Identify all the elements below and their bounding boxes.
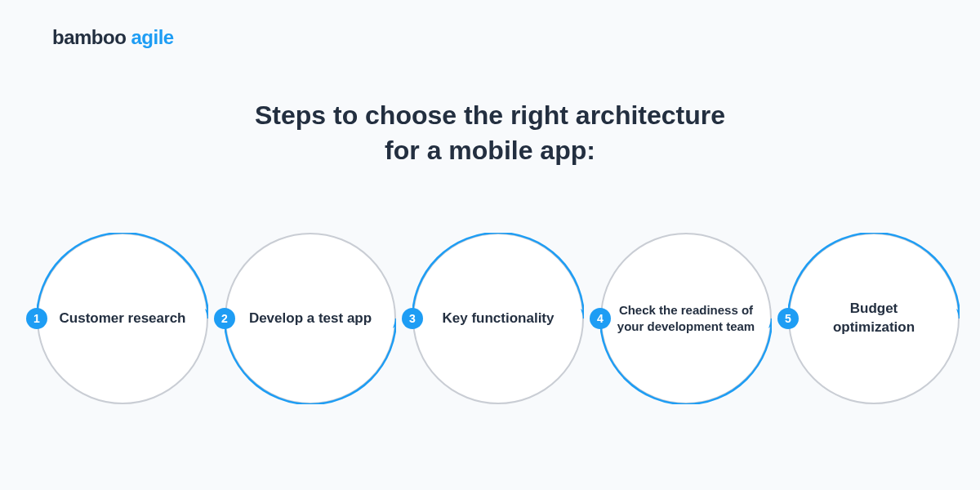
step-number: 5: [785, 312, 791, 325]
step-label: Check the readiness of your development …: [612, 302, 760, 336]
step-number-badge-5: 5: [777, 308, 799, 329]
step-circle-1: Customer research: [37, 233, 208, 404]
steps-row: Customer research Develop a test app Key…: [37, 229, 964, 408]
step-number: 1: [33, 312, 40, 325]
step-label: Key functionality: [443, 310, 555, 328]
step-circle-3: Key functionality: [412, 233, 584, 404]
brand-logo: bamboo agile: [52, 26, 174, 49]
brand-word-agile: agile: [131, 26, 174, 48]
step-number: 3: [409, 312, 416, 325]
step-label: Budget optimization: [809, 300, 938, 337]
step-circle-2: Develop a test app: [225, 233, 396, 404]
step-number: 2: [221, 312, 228, 325]
step-number-badge-3: 3: [402, 308, 423, 329]
step-number-badge-2: 2: [214, 308, 235, 329]
step-number-badge-1: 1: [26, 308, 47, 329]
step-circle-4: Check the readiness of your development …: [600, 233, 772, 404]
step-label: Develop a test app: [249, 310, 372, 328]
step-number: 4: [597, 312, 604, 325]
step-label: Customer research: [60, 310, 186, 328]
title-line-1: Steps to choose the right architecture: [0, 98, 980, 133]
page-title: Steps to choose the right architecture f…: [0, 98, 980, 168]
title-line-2: for a mobile app:: [0, 133, 980, 168]
brand-word-bamboo: bamboo: [52, 26, 126, 48]
step-number-badge-4: 4: [590, 308, 611, 329]
step-circle-5: Budget optimization: [788, 233, 960, 404]
